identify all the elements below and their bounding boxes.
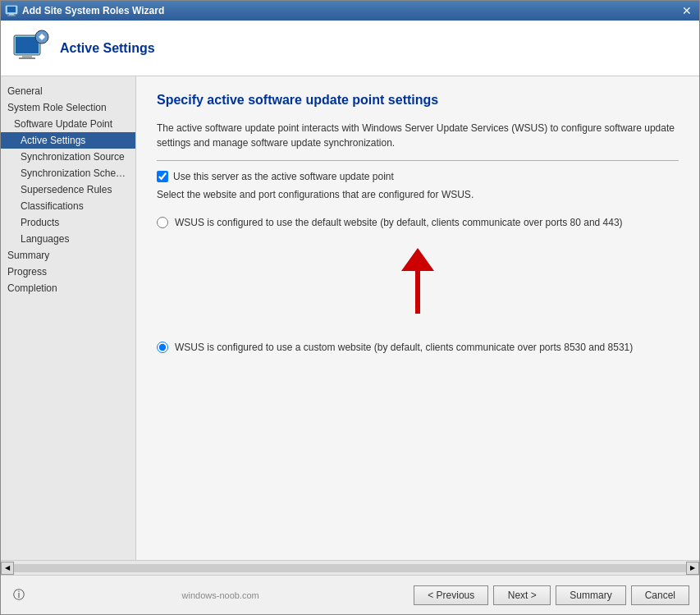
radio-custom-website-label: WSUS is configured to use a custom websi… — [175, 342, 633, 353]
sidebar-item-general[interactable]: General — [1, 83, 135, 99]
sidebar-item-classifications[interactable]: Classifications — [1, 198, 135, 214]
page-title: Specify active software update point set… — [157, 93, 679, 108]
svg-rect-3 — [7, 16, 16, 16]
red-arrow-svg — [393, 248, 442, 322]
sidebar-item-completion[interactable]: Completion — [1, 280, 135, 296]
svg-marker-10 — [401, 248, 434, 271]
title-bar-icon — [5, 4, 18, 17]
sidebar-item-supersedence-rules[interactable]: Supersedence Rules — [1, 181, 135, 198]
sidebar-item-languages[interactable]: Languages — [1, 231, 135, 247]
sidebar-item-synchronization-source[interactable]: Synchronization Source — [1, 149, 135, 165]
help-button[interactable]: ⓘ — [11, 587, 27, 604]
previous-button[interactable]: < Previous — [414, 585, 488, 605]
sidebar-item-summary[interactable]: Summary — [1, 247, 135, 264]
body-area: GeneralSystem Role SelectionSoftware Upd… — [1, 76, 699, 560]
main-content: Specify active software update point set… — [136, 76, 699, 560]
footer-left: ⓘ — [11, 587, 27, 604]
footer: ⓘ windows-noob.com < Previous Next > Sum… — [1, 575, 699, 614]
description-text: The active software update point interac… — [157, 121, 679, 150]
summary-button[interactable]: Summary — [556, 585, 625, 605]
header-area: Active Settings — [1, 21, 699, 76]
scroll-left-button[interactable]: ◀ — [1, 562, 14, 575]
header-icon — [11, 29, 50, 68]
sidebar-item-software-update-point[interactable]: Software Update Point — [1, 116, 135, 132]
radio-default-website-label: WSUS is configured to use the default we… — [175, 217, 623, 228]
header-title: Active Settings — [60, 41, 155, 56]
use-server-label: Use this server as the active software u… — [173, 171, 394, 182]
svg-rect-1 — [7, 7, 16, 12]
wizard-window: Add Site System Roles Wizard ✕ Active Se… — [0, 0, 700, 615]
watermark: windows-noob.com — [27, 590, 414, 600]
close-button[interactable]: ✕ — [679, 5, 695, 16]
radio-default-website-row: WSUS is configured to use the default we… — [157, 213, 679, 232]
radio-custom-website-row: WSUS is configured to use a custom websi… — [157, 338, 679, 356]
next-button[interactable]: Next > — [493, 585, 551, 605]
separator-1 — [157, 160, 679, 161]
scroll-right-button[interactable]: ▶ — [686, 562, 699, 575]
svg-rect-6 — [22, 55, 32, 57]
sidebar-item-progress[interactable]: Progress — [1, 264, 135, 280]
cancel-button[interactable]: Cancel — [631, 585, 689, 605]
use-server-checkbox[interactable] — [157, 171, 168, 182]
radio-default-website[interactable] — [157, 217, 168, 228]
sidebar-item-system-role-selection[interactable]: System Role Selection — [1, 99, 135, 116]
svg-rect-7 — [19, 57, 35, 59]
use-server-checkbox-row: Use this server as the active software u… — [157, 171, 679, 182]
sidebar: GeneralSystem Role SelectionSoftware Upd… — [1, 76, 136, 560]
svg-rect-2 — [9, 14, 14, 16]
footer-buttons: < Previous Next > Summary Cancel — [414, 585, 689, 605]
sidebar-item-synchronization-schedule[interactable]: Synchronization Schedul... — [1, 165, 135, 181]
scroll-track — [14, 564, 686, 572]
sidebar-item-products[interactable]: Products — [1, 214, 135, 231]
title-bar-text: Add Site System Roles Wizard — [22, 5, 164, 16]
scrollbar-area: ◀ ▶ — [1, 560, 699, 575]
sidebar-item-active-settings[interactable]: Active Settings — [1, 132, 135, 149]
title-bar-left: Add Site System Roles Wizard — [5, 4, 164, 17]
title-bar: Add Site System Roles Wizard ✕ — [1, 1, 699, 21]
radio-custom-website[interactable] — [157, 342, 168, 353]
select-description: Select the website and port configuratio… — [157, 189, 679, 200]
arrow-annotation — [157, 248, 679, 322]
svg-rect-5 — [16, 37, 39, 53]
